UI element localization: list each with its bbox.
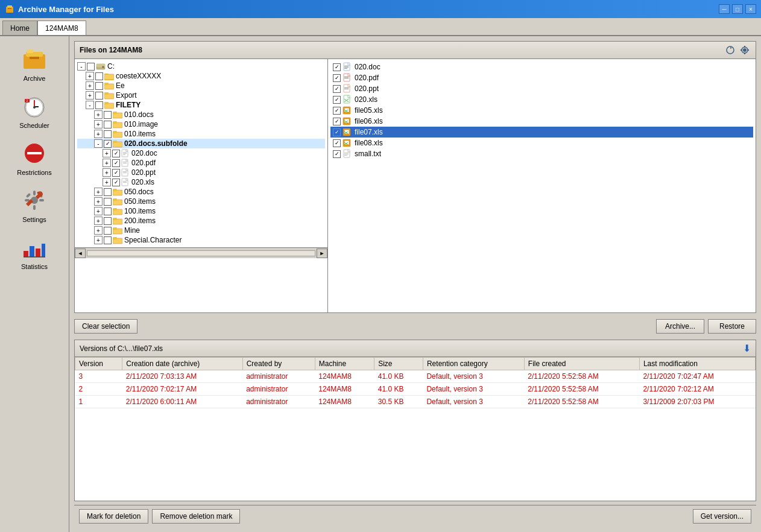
version-row-1[interactable]: 1 2/11/2020 6:00:11 AM administrator 124… bbox=[75, 396, 756, 408]
file-check-smalltxt[interactable] bbox=[333, 150, 341, 158]
tree-item-200items[interactable]: + 200.items bbox=[77, 216, 325, 226]
tree-item-ee[interactable]: + Ee bbox=[77, 81, 325, 90]
sidebar-item-archive[interactable]: Archive bbox=[0, 41, 69, 86]
clear-selection-button[interactable]: Clear selection bbox=[74, 319, 137, 334]
col-version[interactable]: Version bbox=[75, 358, 122, 370]
download-icon[interactable]: ⬇ bbox=[743, 343, 751, 354]
tree-item-special[interactable]: + Special.Character bbox=[77, 235, 325, 245]
tree-expander-020docs[interactable]: - bbox=[94, 139, 103, 148]
file-item-file06xls[interactable]: file06.xls bbox=[330, 116, 753, 127]
refresh-icon[interactable] bbox=[724, 44, 736, 56]
tree-expander-010image[interactable]: + bbox=[94, 120, 103, 128]
remove-deletion-button[interactable]: Remove deletion mark bbox=[152, 509, 240, 524]
col-filecreated[interactable]: File created bbox=[524, 358, 639, 370]
tree-check-020docs[interactable] bbox=[104, 140, 112, 148]
tree-check-020pdf-child[interactable] bbox=[112, 159, 120, 167]
tree-expander-mine[interactable]: + bbox=[94, 226, 103, 235]
tree-item-020pdf-child[interactable]: + 020.pdf bbox=[77, 158, 325, 168]
tree-expander-100items[interactable]: + bbox=[94, 207, 103, 215]
tree-check-coeste[interactable] bbox=[95, 72, 103, 80]
tree-check-filety[interactable] bbox=[95, 101, 103, 109]
tree-check-c[interactable] bbox=[87, 63, 95, 71]
file-check-file06xls[interactable] bbox=[333, 118, 341, 125]
tree-expander-020xls-child[interactable]: + bbox=[103, 178, 111, 186]
hscroll-thumb[interactable] bbox=[87, 250, 315, 256]
tree-item-export[interactable]: + Export bbox=[77, 90, 325, 100]
col-retention[interactable]: Retention category bbox=[423, 358, 524, 370]
tree-expander-020ppt-child[interactable]: + bbox=[103, 168, 111, 177]
tree-expander-special[interactable]: + bbox=[94, 236, 103, 244]
tree-check-ee[interactable] bbox=[95, 82, 103, 90]
col-size[interactable]: Size bbox=[374, 358, 423, 370]
file-check-020xls[interactable] bbox=[333, 96, 341, 104]
minimize-button[interactable]: ─ bbox=[719, 4, 730, 14]
tree-item-mine[interactable]: + Mine bbox=[77, 226, 325, 235]
tree-check-050items[interactable] bbox=[104, 198, 112, 206]
tree-item-coeste[interactable]: + coesteXXXXX bbox=[77, 71, 325, 81]
tree-item-c[interactable]: - C: bbox=[77, 62, 325, 71]
tree-expander-010docs[interactable]: + bbox=[94, 110, 103, 119]
tree-container[interactable]: - C: + bbox=[75, 59, 328, 312]
tree-item-020docs[interactable]: - 020.docs.subfolde bbox=[77, 139, 325, 148]
scroll-right-btn[interactable]: ► bbox=[317, 249, 327, 258]
tree-expander-050items[interactable]: + bbox=[94, 197, 103, 206]
sidebar-item-statistics[interactable]: Statistics bbox=[0, 229, 69, 274]
tree-expander-020pdf-child[interactable]: + bbox=[103, 159, 111, 167]
sidebar-item-restrictions[interactable]: Restrictions bbox=[0, 135, 69, 180]
tree-check-020xls-child[interactable] bbox=[112, 179, 120, 186]
file-item-file08xls[interactable]: file08.xls bbox=[330, 138, 753, 148]
tab-124mam8[interactable]: 124MAM8 bbox=[37, 21, 86, 35]
file-item-file07xls[interactable]: file07.xls bbox=[330, 127, 753, 138]
scroll-left-btn[interactable]: ◄ bbox=[75, 249, 86, 258]
file-check-file08xls[interactable] bbox=[333, 139, 341, 147]
tree-expander-export[interactable]: + bbox=[86, 91, 94, 100]
tree-item-050items[interactable]: + 050.items bbox=[77, 197, 325, 206]
col-lastmod[interactable]: Last modification bbox=[639, 358, 755, 370]
tree-check-mine[interactable] bbox=[104, 227, 112, 235]
tree-check-200items[interactable] bbox=[104, 217, 112, 225]
tree-hscroll[interactable]: ◄ ► bbox=[75, 247, 327, 258]
tree-expander-010items[interactable]: + bbox=[94, 130, 103, 138]
col-creation[interactable]: Creation date (archive) bbox=[122, 358, 242, 370]
tree-item-filety[interactable]: - FILETY bbox=[77, 100, 325, 110]
tree-expander-coeste[interactable]: + bbox=[86, 72, 94, 80]
tree-check-010image[interactable] bbox=[104, 121, 112, 128]
tree-expander-020doc-child[interactable]: + bbox=[103, 149, 111, 157]
tree-check-100items[interactable] bbox=[104, 207, 112, 215]
file-item-020pdf[interactable]: 020.pdf bbox=[330, 72, 753, 83]
file-item-020xls[interactable]: 020.xls bbox=[330, 94, 753, 105]
sidebar-item-settings[interactable]: Settings bbox=[0, 182, 69, 227]
tree-expander-050docs[interactable]: + bbox=[94, 188, 103, 196]
tree-item-020ppt-child[interactable]: + 020.ppt bbox=[77, 168, 325, 177]
tab-home[interactable]: Home bbox=[2, 21, 37, 35]
file-item-020ppt[interactable]: 020.ppt bbox=[330, 83, 753, 94]
tree-check-020doc-child[interactable] bbox=[112, 150, 120, 157]
settings-panel-icon[interactable] bbox=[739, 44, 751, 56]
col-createdby[interactable]: Created by bbox=[242, 358, 315, 370]
mark-deletion-button[interactable]: Mark for deletion bbox=[79, 509, 148, 524]
tree-check-050docs[interactable] bbox=[104, 188, 112, 196]
tree-expander-filety[interactable]: - bbox=[86, 101, 94, 109]
tree-check-020ppt-child[interactable] bbox=[112, 169, 120, 177]
file-check-020ppt[interactable] bbox=[333, 85, 341, 93]
restore-button[interactable]: Restore bbox=[708, 319, 756, 334]
tree-check-special[interactable] bbox=[104, 236, 112, 244]
tree-check-010docs[interactable] bbox=[104, 111, 112, 119]
file-item-file05xls[interactable]: file05.xls bbox=[330, 105, 753, 116]
maximize-button[interactable]: □ bbox=[732, 4, 743, 14]
archive-button[interactable]: Archive... bbox=[656, 319, 704, 334]
sidebar-item-scheduler[interactable]: 2 Scheduler bbox=[0, 88, 69, 133]
tree-item-020xls-child[interactable]: + 020.xls bbox=[77, 177, 325, 187]
tree-item-010items[interactable]: + 010.items bbox=[77, 129, 325, 139]
tree-expander-c[interactable]: - bbox=[77, 62, 86, 71]
tree-item-010docs[interactable]: + 010.docs bbox=[77, 110, 325, 119]
tree-item-010image[interactable]: + 010.image bbox=[77, 119, 325, 129]
version-row-3[interactable]: 3 2/11/2020 7:03:13 AM administrator 124… bbox=[75, 370, 756, 383]
get-version-button[interactable]: Get version... bbox=[693, 509, 751, 524]
tree-check-export[interactable] bbox=[95, 92, 103, 100]
col-machine[interactable]: Machine bbox=[315, 358, 374, 370]
tree-expander-ee[interactable]: + bbox=[86, 81, 94, 90]
tree-expander-200items[interactable]: + bbox=[94, 217, 103, 225]
file-item-smalltxt[interactable]: small.txt bbox=[330, 148, 753, 159]
tree-check-010items[interactable] bbox=[104, 130, 112, 138]
